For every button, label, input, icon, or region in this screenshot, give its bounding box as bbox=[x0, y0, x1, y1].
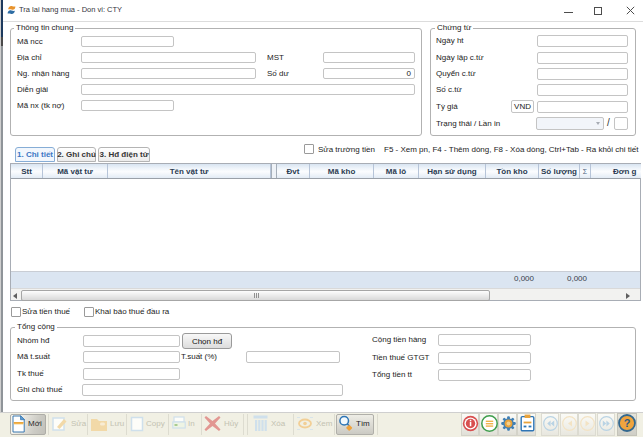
svg-text:?: ? bbox=[624, 417, 631, 429]
